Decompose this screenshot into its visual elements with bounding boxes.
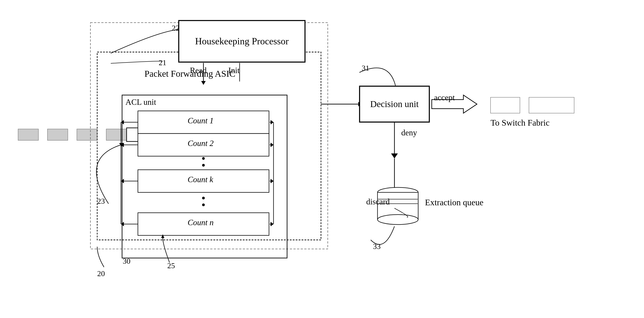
svg-marker-34 bbox=[270, 222, 274, 226]
svg-point-45 bbox=[378, 215, 418, 225]
ref-21: 21 bbox=[159, 58, 166, 67]
housekeeping-processor-box: Housekeeping Processor bbox=[178, 20, 305, 62]
svg-point-51 bbox=[202, 157, 205, 160]
init-label: Init bbox=[228, 66, 240, 75]
ref-25: 25 bbox=[167, 261, 175, 270]
count1-label: Count 1 bbox=[188, 116, 214, 125]
discard-label: discard bbox=[366, 197, 390, 206]
ref-23: 23 bbox=[97, 197, 105, 206]
ref-31: 31 bbox=[362, 64, 369, 72]
svg-rect-3 bbox=[106, 129, 126, 140]
read-label: Read bbox=[190, 66, 206, 75]
svg-rect-50 bbox=[529, 97, 574, 113]
svg-marker-30 bbox=[270, 179, 274, 183]
ref-20: 20 bbox=[97, 269, 105, 278]
count2-label: Count 2 bbox=[188, 138, 214, 148]
acl-unit-label: ACL unit bbox=[126, 97, 156, 107]
accept-label: accept bbox=[434, 93, 455, 102]
diagram-svg bbox=[0, 0, 644, 318]
svg-rect-2 bbox=[77, 129, 97, 140]
ref-22: 22 bbox=[172, 24, 180, 32]
svg-rect-49 bbox=[490, 97, 520, 113]
svg-marker-40 bbox=[391, 153, 398, 158]
svg-point-52 bbox=[202, 164, 205, 167]
svg-marker-17 bbox=[201, 81, 206, 85]
svg-point-53 bbox=[202, 197, 205, 199]
to-switch-fabric-label: To Switch Fabric bbox=[490, 118, 550, 128]
diagram-container: Housekeeping Processor Packet Forwarding… bbox=[0, 0, 644, 318]
ref-33: 33 bbox=[373, 242, 381, 251]
housekeeping-processor-label: Housekeeping Processor bbox=[195, 35, 289, 48]
deny-label: deny bbox=[401, 128, 417, 137]
countn-label: Count n bbox=[188, 218, 214, 227]
extraction-queue-label: Extraction queue bbox=[425, 197, 484, 208]
svg-point-54 bbox=[202, 204, 205, 206]
svg-marker-26 bbox=[270, 142, 274, 147]
ref-30: 30 bbox=[123, 257, 130, 265]
decision-unit-box: Decision unit bbox=[360, 86, 430, 122]
countk-label: Count k bbox=[188, 175, 213, 184]
svg-rect-0 bbox=[18, 129, 38, 140]
decision-unit-label: Decision unit bbox=[370, 98, 419, 110]
svg-marker-22 bbox=[270, 120, 274, 124]
svg-rect-1 bbox=[48, 129, 68, 140]
